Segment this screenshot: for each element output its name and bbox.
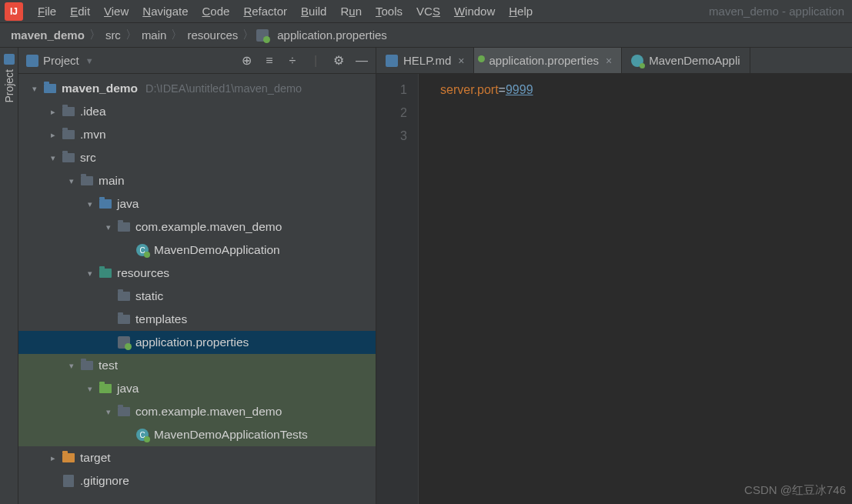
- tree-item-templates[interactable]: templates: [18, 308, 376, 331]
- folder-icon: [117, 289, 131, 303]
- menu-refactor[interactable]: Refactor: [236, 5, 294, 18]
- menu-vcs[interactable]: VCS: [409, 5, 447, 18]
- collapse-icon[interactable]: ÷: [286, 55, 299, 67]
- project-tree: ▾maven_demoD:\IDEA\untitled1\maven_demo▸…: [18, 74, 376, 504]
- chevron-icon[interactable]: ▾: [85, 384, 95, 394]
- tree-item-label: target: [80, 451, 111, 465]
- expand-icon[interactable]: ≡: [263, 55, 276, 67]
- tree-item-src[interactable]: ▾src: [18, 146, 376, 169]
- tree-item-label: com.example.maven_demo: [135, 405, 282, 419]
- tree-item-label: main: [99, 174, 125, 188]
- tree-item-mavendemoapplicationtests[interactable]: CMavenDemoApplicationTests: [18, 423, 376, 446]
- project-icon: [26, 55, 38, 67]
- crumb-application.properties[interactable]: application.properties: [274, 28, 390, 42]
- tab-help-md[interactable]: HELP.md×: [376, 48, 474, 73]
- close-icon[interactable]: ×: [606, 55, 612, 67]
- tree-item-test[interactable]: ▾test: [18, 354, 376, 377]
- tree-item--idea[interactable]: ▸.idea: [18, 100, 376, 123]
- properties-file-icon: [256, 28, 269, 42]
- folder-icon: [117, 405, 131, 419]
- chevron-down-icon[interactable]: ▼: [85, 56, 94, 65]
- chevron-icon[interactable]: ▸: [48, 130, 58, 140]
- minimize-icon[interactable]: —: [356, 55, 368, 67]
- chevron-icon[interactable]: ▾: [66, 361, 77, 371]
- crumb-maven_demo[interactable]: maven_demo: [8, 28, 88, 42]
- tree-item-hint: D:\IDEA\untitled1\maven_demo: [145, 82, 302, 95]
- tree-item-label: .mvn: [80, 128, 106, 142]
- app-logo-icon: IJ: [5, 2, 23, 21]
- crumb-resources[interactable]: resources: [184, 28, 241, 42]
- menu-tools[interactable]: Tools: [369, 5, 409, 18]
- tree-item-java[interactable]: ▾java: [18, 192, 376, 215]
- crumb-src[interactable]: src: [102, 28, 124, 42]
- menu-build[interactable]: Build: [294, 5, 333, 18]
- folder-icon: [62, 128, 75, 142]
- menu-file[interactable]: File: [31, 5, 63, 18]
- folder-blue-icon: [99, 197, 112, 211]
- menu-help[interactable]: Help: [502, 5, 540, 18]
- menu-code[interactable]: Code: [195, 5, 237, 18]
- chevron-icon[interactable]: ▾: [85, 269, 95, 279]
- tree-item-target[interactable]: ▸target: [18, 446, 376, 469]
- menu-window[interactable]: Window: [447, 5, 502, 18]
- tree-item-application-properties[interactable]: application.properties: [18, 331, 376, 354]
- tree-item-static[interactable]: static: [18, 285, 376, 308]
- tree-item-main[interactable]: ▾main: [18, 169, 376, 192]
- gear-icon[interactable]: ⚙: [332, 55, 345, 67]
- tree-item-label: com.example.maven_demo: [135, 220, 282, 234]
- tree-item-label: src: [80, 151, 96, 165]
- property-value: 9999: [506, 83, 533, 96]
- code-area[interactable]: server.port=9999: [419, 74, 852, 504]
- tree-item--gitignore[interactable]: .gitignore: [18, 469, 376, 492]
- tab-application-properties[interactable]: application.properties×: [474, 48, 622, 73]
- menu-view[interactable]: View: [97, 5, 135, 18]
- menu-navigate[interactable]: Navigate: [135, 5, 195, 18]
- line-number: 2: [376, 102, 418, 125]
- prop-icon: [117, 335, 131, 349]
- chevron-icon[interactable]: ▸: [48, 453, 58, 463]
- breadcrumb-separator: 〉: [241, 28, 256, 42]
- sidebar-project-tab[interactable]: Project: [3, 69, 15, 103]
- tree-item-label: test: [99, 359, 118, 372]
- tree-item-com-example-maven-demo[interactable]: ▾com.example.maven_demo: [18, 400, 376, 423]
- locate-icon[interactable]: ⊕: [240, 55, 252, 67]
- close-icon[interactable]: ×: [458, 55, 464, 67]
- class-icon: C: [135, 428, 149, 442]
- code-line: server.port=9999: [440, 78, 852, 102]
- chevron-icon[interactable]: ▾: [66, 176, 77, 186]
- chevron-icon[interactable]: ▾: [48, 153, 58, 163]
- chevron-icon[interactable]: ▾: [103, 407, 114, 417]
- folder-icon: [80, 359, 94, 372]
- tree-item-label: application.properties: [135, 335, 249, 349]
- tree-item-maven-demo[interactable]: ▾maven_demoD:\IDEA\untitled1\maven_demo: [18, 77, 376, 100]
- tree-item--mvn[interactable]: ▸.mvn: [18, 123, 376, 146]
- tab-label: application.properties: [489, 54, 599, 67]
- tree-item-com-example-maven-demo[interactable]: ▾com.example.maven_demo: [18, 215, 376, 239]
- operator: =: [499, 83, 506, 96]
- menu-edit[interactable]: Edit: [63, 5, 97, 18]
- chevron-icon[interactable]: ▸: [48, 107, 58, 117]
- tree-item-java[interactable]: ▾java: [18, 377, 376, 400]
- folder-blue-icon: [43, 82, 57, 95]
- tab-mavendemoappli[interactable]: MavenDemoAppli: [622, 48, 750, 73]
- md-icon: [386, 55, 398, 67]
- tree-item-mavendemoapplication[interactable]: CMavenDemoApplication: [18, 239, 376, 262]
- chevron-icon[interactable]: ▾: [103, 222, 114, 232]
- editor-tabs: HELP.md×application.properties×MavenDemo…: [376, 48, 852, 74]
- crumb-main[interactable]: main: [139, 28, 170, 42]
- line-number: 1: [376, 78, 418, 102]
- tree-item-label: .gitignore: [80, 474, 129, 488]
- line-number: 3: [376, 125, 418, 148]
- tree-item-label: java: [117, 197, 139, 211]
- breadcrumb-separator: 〉: [169, 28, 184, 42]
- gutter: 123: [376, 74, 419, 504]
- tree-item-label: MavenDemoApplication: [154, 243, 280, 257]
- chevron-icon[interactable]: ▾: [85, 199, 95, 209]
- menu-run[interactable]: Run: [333, 5, 369, 18]
- menubar: IJ FileEditViewNavigateCodeRefactorBuild…: [0, 0, 852, 23]
- tree-item-label: .idea: [80, 105, 106, 118]
- project-tool-icon[interactable]: [4, 54, 15, 65]
- tree-item-resources[interactable]: ▾resources: [18, 262, 376, 285]
- tree-item-label: static: [135, 289, 163, 303]
- chevron-icon[interactable]: ▾: [29, 84, 40, 94]
